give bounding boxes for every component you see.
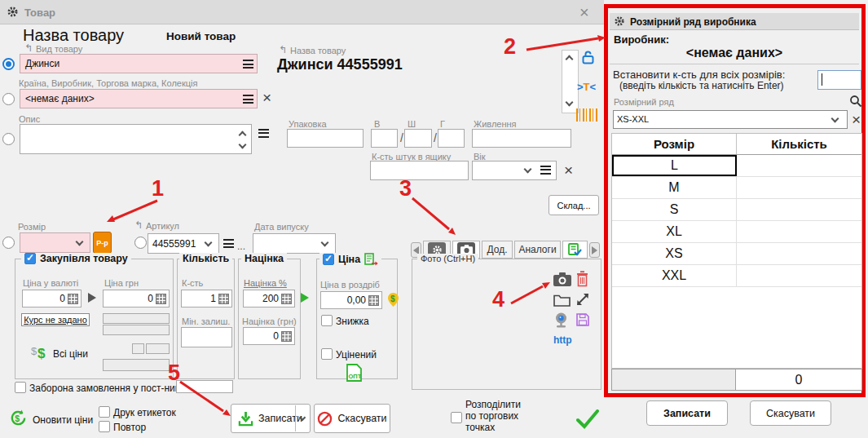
svg-text:ОПТ: ОПТ bbox=[349, 373, 362, 380]
wholesale-doc-icon[interactable]: ОПТ bbox=[346, 364, 362, 385]
calculator-icon[interactable] bbox=[368, 295, 379, 306]
warehouse-button[interactable]: Склад... bbox=[549, 195, 599, 215]
uah-price-input[interactable]: 0 bbox=[103, 290, 170, 307]
cancel-button[interactable]: Скасувати bbox=[314, 404, 390, 433]
list-icon[interactable] bbox=[223, 239, 234, 248]
back-arrow-icon: ↰ bbox=[134, 219, 143, 231]
price-checkbox[interactable] bbox=[323, 254, 334, 265]
list-icon[interactable] bbox=[243, 60, 253, 69]
calculator-icon[interactable] bbox=[156, 294, 166, 304]
packaging-input[interactable] bbox=[287, 129, 364, 148]
tab-analogs[interactable]: Аналоги bbox=[514, 241, 561, 259]
lock-open-icon[interactable] bbox=[582, 51, 594, 68]
markdown-checkbox[interactable] bbox=[321, 348, 333, 360]
price-legend: Ціна bbox=[319, 253, 381, 266]
purchase-checkbox[interactable] bbox=[24, 253, 36, 264]
panel-save-button[interactable]: Записати bbox=[646, 400, 728, 426]
country-radio[interactable] bbox=[2, 93, 15, 105]
table-row[interactable]: M bbox=[612, 177, 861, 199]
save-image-icon[interactable] bbox=[576, 313, 589, 330]
qty-cell[interactable] bbox=[737, 177, 861, 198]
trash-icon[interactable] bbox=[576, 271, 588, 290]
panel-titlebar: Розмірний ряд виробника bbox=[610, 13, 859, 30]
calculator-icon[interactable] bbox=[68, 294, 78, 304]
size-radio[interactable] bbox=[2, 237, 15, 249]
repeat-checkbox[interactable] bbox=[99, 421, 110, 432]
depth-input[interactable] bbox=[438, 129, 465, 148]
folder-icon[interactable] bbox=[553, 294, 571, 310]
retail-price-input[interactable]: 0,00 bbox=[320, 291, 382, 309]
table-row[interactable]: XS bbox=[612, 243, 861, 265]
camera-icon[interactable] bbox=[553, 272, 571, 290]
barcode-icon[interactable] bbox=[576, 108, 598, 122]
qty-per-box-input[interactable] bbox=[370, 161, 469, 180]
more-dots[interactable]: ... bbox=[237, 241, 245, 252]
qty-input[interactable]: 1 bbox=[181, 290, 232, 307]
table-row[interactable]: S bbox=[612, 199, 861, 221]
size-range-button[interactable]: Р-р bbox=[93, 232, 112, 254]
calculator-icon[interactable] bbox=[281, 294, 292, 304]
all-prices-icon[interactable]: $$ bbox=[31, 343, 51, 365]
clear-icon[interactable]: × bbox=[262, 90, 271, 105]
min-stock-input[interactable] bbox=[181, 327, 232, 347]
table-row[interactable]: L bbox=[612, 155, 861, 177]
resize-arrows-icon[interactable] bbox=[575, 292, 590, 310]
table-row[interactable]: XL bbox=[612, 221, 861, 243]
ban-order-checkbox[interactable] bbox=[15, 382, 26, 393]
clear-icon[interactable]: × bbox=[852, 112, 861, 127]
width-input[interactable] bbox=[371, 129, 398, 148]
confirm-check-icon[interactable] bbox=[576, 409, 599, 432]
update-prices-label[interactable]: Оновити ціни bbox=[33, 414, 93, 426]
price-list-icon[interactable] bbox=[364, 253, 378, 266]
print-labels-checkbox[interactable] bbox=[99, 406, 110, 418]
description-radio[interactable] bbox=[2, 133, 15, 145]
type-radio[interactable] bbox=[2, 58, 15, 70]
tab-checklist[interactable] bbox=[562, 241, 588, 259]
currency-price-input[interactable]: 0 bbox=[22, 290, 82, 307]
description-textarea[interactable] bbox=[20, 124, 252, 154]
apply-arrow-icon[interactable] bbox=[301, 293, 309, 303]
power-input[interactable] bbox=[472, 129, 571, 148]
col-header-qty[interactable]: Кількість bbox=[737, 134, 861, 154]
tab-additional[interactable]: Дод. bbox=[482, 241, 513, 259]
markup-uah-input[interactable]: 0 bbox=[243, 327, 295, 345]
set-qty-input[interactable] bbox=[817, 70, 861, 90]
tab-scroll-right[interactable] bbox=[589, 242, 600, 258]
width-label: В bbox=[374, 119, 380, 129]
discount-label: Знижка bbox=[336, 316, 369, 327]
transfer-arrow-icon[interactable] bbox=[88, 293, 96, 303]
rate-note-box: Курс не задано bbox=[21, 313, 90, 326]
calculator-icon[interactable] bbox=[281, 331, 292, 342]
discount-checkbox[interactable] bbox=[321, 315, 333, 326]
price-tag-icon[interactable]: $ bbox=[386, 292, 400, 311]
product-window: Товар × Назва товару Новий товар ↰ Вид т… bbox=[0, 0, 604, 438]
height-input[interactable] bbox=[404, 129, 432, 148]
save-button[interactable]: Записати bbox=[231, 404, 311, 433]
qty-cell[interactable] bbox=[737, 221, 861, 242]
clear-icon[interactable]: × bbox=[564, 162, 573, 178]
article-radio[interactable] bbox=[134, 237, 147, 249]
product-name: Джинси 44555991 bbox=[277, 56, 403, 73]
list-icon[interactable] bbox=[243, 95, 253, 104]
screen: Товар × Назва товару Новий товар ↰ Вид т… bbox=[0, 0, 868, 438]
aux-box bbox=[103, 313, 170, 324]
refresh-prices-icon[interactable]: $ bbox=[9, 409, 28, 431]
panel-cancel-button[interactable]: Скасувати bbox=[750, 400, 831, 426]
list-icon[interactable] bbox=[540, 166, 551, 175]
search-icon[interactable] bbox=[849, 95, 862, 111]
col-header-size[interactable]: Розмір bbox=[612, 134, 737, 154]
webcam-icon[interactable] bbox=[554, 312, 568, 331]
qty-cell[interactable] bbox=[737, 265, 861, 286]
fit-text-icon[interactable]: >T< bbox=[577, 81, 596, 93]
purchase-legend: Закупівля товару bbox=[21, 253, 131, 264]
calculator-icon[interactable] bbox=[218, 294, 229, 304]
distribute-checkbox[interactable] bbox=[451, 412, 462, 423]
http-link[interactable]: http bbox=[553, 334, 572, 346]
qty-cell[interactable] bbox=[737, 199, 861, 220]
markup-percent-input[interactable]: 200 bbox=[243, 290, 295, 307]
qty-cell[interactable] bbox=[737, 243, 861, 264]
table-row[interactable]: XXL bbox=[612, 265, 861, 287]
close-icon[interactable]: × bbox=[579, 3, 589, 22]
qty-cell[interactable] bbox=[737, 155, 861, 176]
list-icon[interactable] bbox=[258, 129, 269, 138]
